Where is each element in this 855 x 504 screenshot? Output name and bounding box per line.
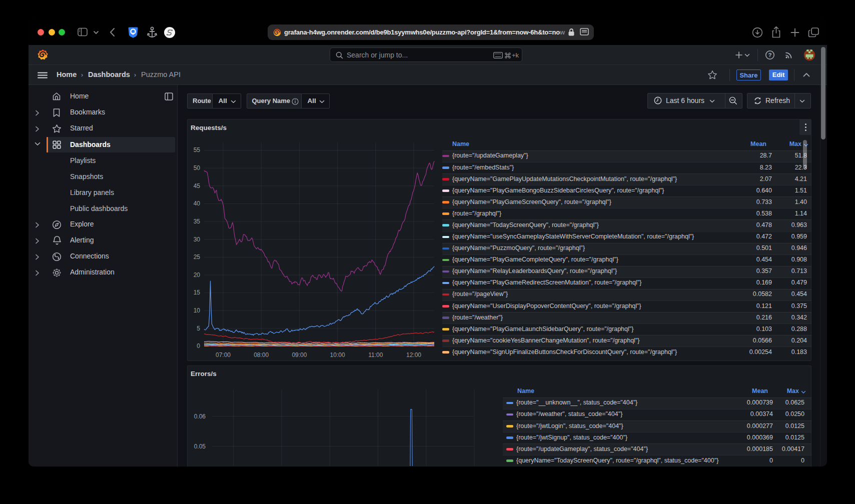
svg-text:?: ?	[768, 52, 771, 58]
